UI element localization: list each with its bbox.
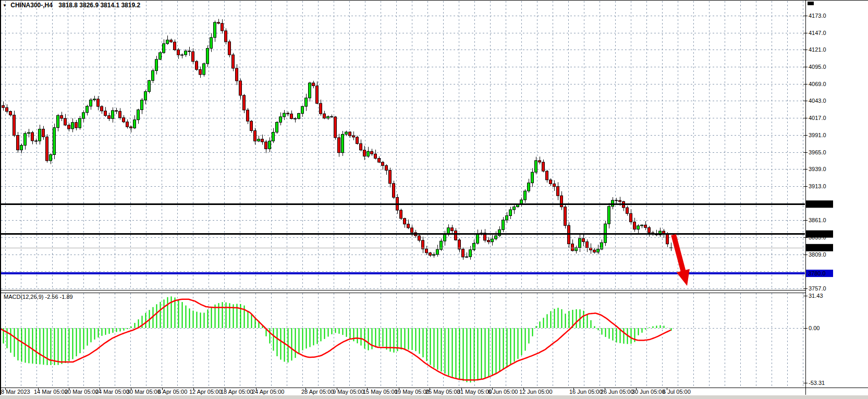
price-tick-label: 3913.0 bbox=[809, 183, 826, 189]
candle-bull bbox=[305, 98, 308, 106]
candle-bull bbox=[166, 40, 169, 44]
candle-bear bbox=[455, 231, 457, 240]
candle-bear bbox=[626, 208, 629, 213]
candle-bear bbox=[225, 31, 227, 42]
time-tick-label: 6 Apr 05:00 bbox=[158, 389, 187, 395]
window-bottom-strip bbox=[0, 395, 868, 399]
candle-bear bbox=[462, 249, 464, 257]
time-tick-label: 20 Mar 05:00 bbox=[65, 389, 99, 395]
macd-indicator-label: MACD(12,26,9) -2.56 -1.89 bbox=[4, 294, 73, 300]
time-tick-label: 6 Jul 05:00 bbox=[663, 389, 691, 395]
candle-bull bbox=[495, 236, 497, 239]
chart-shift-marker[interactable] bbox=[808, 2, 814, 5]
candle-bear bbox=[382, 162, 384, 165]
candle-bear bbox=[312, 83, 315, 86]
candle-bull bbox=[436, 249, 439, 255]
candle-bull bbox=[93, 99, 96, 100]
candle-bull bbox=[71, 123, 74, 129]
candle-bull bbox=[268, 141, 271, 149]
candle-bear bbox=[75, 123, 78, 128]
candle-bear bbox=[287, 113, 289, 114]
price-chart-canvas[interactable]: 4173.04147.04121.04095.04069.04043.04017… bbox=[0, 0, 868, 399]
candle-bear bbox=[250, 121, 253, 130]
candle-bull bbox=[50, 154, 52, 161]
candle-bear bbox=[195, 62, 198, 69]
candle-bear bbox=[316, 86, 319, 104]
candle-bear bbox=[126, 122, 129, 127]
candle-bear bbox=[418, 236, 421, 240]
price-tick-label: 4173.0 bbox=[809, 13, 826, 19]
candle-bear bbox=[352, 136, 355, 137]
macd-tick-label: 31.43 bbox=[809, 293, 823, 299]
candle-bear bbox=[31, 132, 34, 141]
chart-symbol-header[interactable]: ▼ CHINA300-,H4 3818.8 3826.9 3814.1 3819… bbox=[3, 2, 140, 9]
candle-bear bbox=[199, 69, 202, 75]
candle-bear bbox=[170, 40, 173, 42]
time-tick-label: 16 Jun 05:00 bbox=[569, 389, 603, 395]
candle-bull bbox=[367, 151, 370, 156]
time-tick-label: 30 Jun 05:00 bbox=[632, 389, 665, 395]
candle-bull bbox=[203, 64, 205, 75]
candle-bear bbox=[320, 103, 322, 114]
candle-bull bbox=[181, 55, 184, 55]
candle-bear bbox=[188, 51, 191, 52]
candle-bear bbox=[119, 111, 121, 117]
candle-bear bbox=[228, 42, 231, 55]
candle-bear bbox=[539, 161, 541, 162]
price-tick-label: 3965.0 bbox=[809, 149, 826, 155]
candle-bear bbox=[174, 42, 176, 50]
macd-tick-label: 0.00 bbox=[809, 325, 820, 331]
candle-bull bbox=[185, 51, 187, 55]
candle-bull bbox=[641, 225, 643, 225]
candle-bull bbox=[144, 92, 147, 100]
candle-bull bbox=[155, 59, 158, 71]
price-tick-label: 4095.0 bbox=[809, 64, 826, 70]
candle-bear bbox=[261, 139, 264, 142]
candle-bull bbox=[579, 238, 581, 248]
candle-bull bbox=[24, 134, 27, 146]
candle-bull bbox=[79, 118, 81, 128]
candle-bull bbox=[528, 183, 530, 191]
candle-bull bbox=[509, 210, 512, 216]
candle-bear bbox=[217, 22, 220, 23]
candle-bear bbox=[586, 241, 589, 248]
candle-bear bbox=[619, 200, 621, 201]
time-tick-label: 28 Apr 05:00 bbox=[301, 389, 334, 395]
candle-bear bbox=[2, 105, 5, 107]
candle-bull bbox=[637, 226, 640, 229]
candle-bear bbox=[360, 143, 362, 150]
time-tick-label: 26 Jun 05:00 bbox=[601, 389, 634, 395]
price-badge-label: 3885.6 bbox=[808, 201, 826, 207]
candle-bear bbox=[553, 184, 556, 186]
candle-bull bbox=[86, 106, 89, 113]
candle-bull bbox=[148, 80, 151, 91]
candle-bear bbox=[385, 165, 388, 170]
price-badge-label: 3819.2 bbox=[808, 245, 826, 251]
candle-bull bbox=[345, 132, 348, 134]
candle-bear bbox=[429, 253, 432, 256]
candle-bull bbox=[272, 132, 275, 141]
candle-bear bbox=[236, 68, 238, 81]
candle-bear bbox=[411, 228, 413, 233]
time-axis[interactable]: 8 Mar 202314 Mar 05:0020 Mar 05:0024 Mar… bbox=[1, 388, 691, 395]
candle-bull bbox=[473, 243, 475, 249]
candle-bear bbox=[243, 95, 246, 110]
candle-bear bbox=[542, 162, 545, 171]
candle-bear bbox=[334, 117, 337, 138]
candle-bull bbox=[469, 250, 472, 257]
ohlc-values: 3818.8 3826.9 3814.1 3819.2 bbox=[58, 2, 140, 9]
time-tick-label: 12 Apr 05:00 bbox=[189, 389, 222, 395]
candle-bear bbox=[254, 131, 256, 141]
candle-bull bbox=[466, 257, 468, 257]
symbol-dropdown-icon[interactable]: ▼ bbox=[3, 3, 7, 8]
candle-bull bbox=[82, 113, 85, 118]
candle-bear bbox=[9, 112, 12, 115]
candle-bull bbox=[152, 70, 154, 80]
candle-bear bbox=[615, 200, 618, 201]
candle-bull bbox=[601, 243, 603, 249]
candle-bear bbox=[323, 114, 326, 118]
time-tick-label: 31 May 05:00 bbox=[457, 389, 492, 395]
time-tick-label: 24 Apr 05:00 bbox=[252, 389, 284, 395]
candle-bear bbox=[374, 154, 377, 159]
candle-bull bbox=[276, 122, 278, 132]
